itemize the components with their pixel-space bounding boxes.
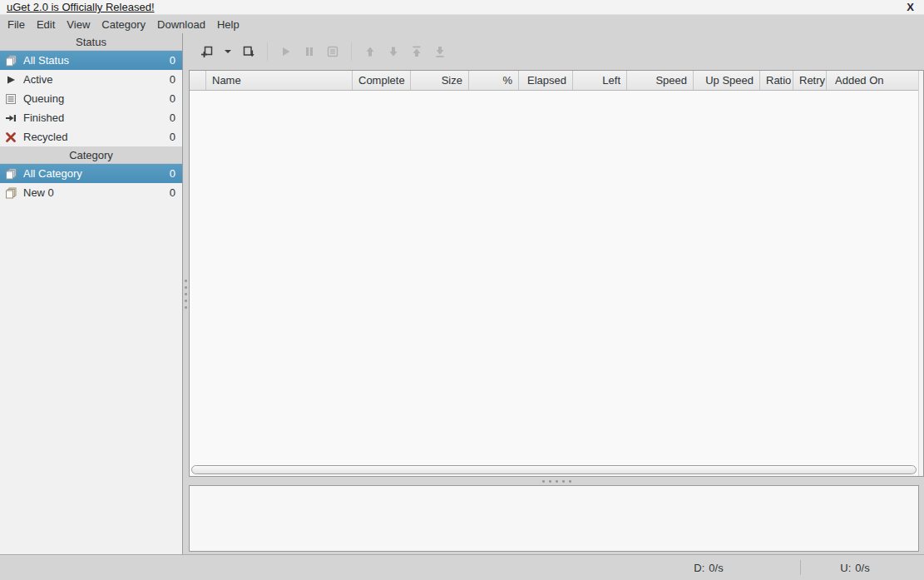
status-section-header: Status <box>0 33 182 51</box>
menu-edit[interactable]: Edit <box>31 17 61 32</box>
menu-help[interactable]: Help <box>211 17 245 32</box>
column-header-state[interactable] <box>190 71 206 90</box>
new-download-menu-button[interactable] <box>219 40 237 63</box>
sidebar-item-label: All Category <box>23 167 170 180</box>
upload-speed-label: U: <box>840 562 851 574</box>
download-table-body <box>190 91 918 464</box>
sidebar-item-finished[interactable]: Finished 0 <box>0 108 182 127</box>
menu-download[interactable]: Download <box>151 17 211 32</box>
sidebar-item-count: 0 <box>170 167 175 180</box>
uget-window: uGet 2.0 is Officially Released! X File … <box>0 0 924 580</box>
summary-panel <box>189 485 919 552</box>
summary-splitter[interactable] <box>189 477 924 485</box>
properties-icon <box>326 45 339 58</box>
chevron-down-icon <box>223 47 233 57</box>
upload-speed-status: U:0/s <box>801 562 909 574</box>
batch-download-icon <box>242 45 255 58</box>
sidebar-item-label: Finished <box>23 112 170 124</box>
sidebar-item-count: 0 <box>170 73 175 86</box>
move-up-button[interactable] <box>358 40 382 63</box>
notification-banner: uGet 2.0 is Officially Released! X <box>0 0 924 15</box>
download-list-main: Name Complete Size % Elapsed Left Speed … <box>190 71 918 476</box>
content-area: Status All Status 0 Active 0 Queuin <box>0 33 924 554</box>
download-speed-status: D:0/s <box>617 562 800 574</box>
move-bottom-button[interactable] <box>428 40 452 63</box>
menu-category[interactable]: Category <box>96 17 151 32</box>
arrow-to-bottom-icon <box>433 45 447 58</box>
play-icon <box>5 74 18 86</box>
arrow-to-top-icon <box>410 45 423 58</box>
stacked-papers-icon <box>5 168 18 180</box>
download-speed-label: D: <box>694 562 704 574</box>
sidebar-item-active[interactable]: Active 0 <box>0 70 182 89</box>
arrow-to-bar-icon <box>5 112 18 124</box>
batch-download-button[interactable] <box>237 40 260 63</box>
properties-button[interactable] <box>321 40 344 63</box>
sidebar-item-queuing[interactable]: Queuing 0 <box>0 89 182 108</box>
upload-speed-value: 0/s <box>855 562 869 574</box>
sidebar-item-label: All Status <box>23 54 170 67</box>
download-list: Name Complete Size % Elapsed Left Speed … <box>189 70 924 477</box>
column-header-complete[interactable]: Complete <box>353 71 411 90</box>
toolbar-separator <box>351 42 352 61</box>
menubar: File Edit View Category Download Help <box>0 15 924 33</box>
play-icon <box>279 45 293 58</box>
column-header-left[interactable]: Left <box>573 71 627 90</box>
start-button[interactable] <box>274 40 298 63</box>
new-download-button[interactable] <box>195 40 219 63</box>
column-header-speed[interactable]: Speed <box>627 71 694 90</box>
menu-view[interactable]: View <box>61 17 96 32</box>
sidebar-item-new-0[interactable]: New 0 0 <box>0 183 182 202</box>
sidebar-item-label: New 0 <box>23 186 170 199</box>
release-announcement-link[interactable]: uGet 2.0 is Officially Released! <box>7 1 907 13</box>
sidebar-item-count: 0 <box>170 92 175 105</box>
sidebar-item-label: Queuing <box>23 92 170 105</box>
column-header-percent[interactable]: % <box>469 71 519 90</box>
sidebar-item-count: 0 <box>170 131 175 143</box>
toolbar <box>189 33 924 70</box>
horizontal-scrollbar[interactable] <box>191 465 917 474</box>
column-header-size[interactable]: Size <box>411 71 469 90</box>
column-header-retry[interactable]: Retry <box>793 71 827 90</box>
banner-close-button[interactable]: X <box>907 1 914 13</box>
main-panel: Name Complete Size % Elapsed Left Speed … <box>189 33 924 554</box>
pause-icon <box>303 45 316 58</box>
sidebar-item-label: Recycled <box>23 131 170 143</box>
category-section-header: Category <box>0 146 182 164</box>
sidebar-splitter[interactable] <box>183 33 189 554</box>
move-top-button[interactable] <box>405 40 428 63</box>
column-header-added-on[interactable]: Added On <box>827 71 918 90</box>
arrow-up-icon <box>363 45 377 58</box>
sidebar-item-count: 0 <box>170 54 175 67</box>
column-header-ratio[interactable]: Ratio <box>760 71 793 90</box>
queue-list-icon <box>5 93 18 105</box>
download-speed-value: 0/s <box>709 562 723 574</box>
column-header-name[interactable]: Name <box>206 71 353 90</box>
move-down-button[interactable] <box>382 40 405 63</box>
sidebar-item-label: Active <box>23 73 170 86</box>
sidebar-item-recycled[interactable]: Recycled 0 <box>0 127 182 146</box>
stacked-papers-icon <box>5 187 18 199</box>
sidebar-item-all-status[interactable]: All Status 0 <box>0 51 182 70</box>
column-header-elapsed[interactable]: Elapsed <box>519 71 573 90</box>
sidebar: Status All Status 0 Active 0 Queuin <box>0 33 183 554</box>
sidebar-item-count: 0 <box>170 112 175 124</box>
sidebar-item-all-category[interactable]: All Category 0 <box>0 164 182 183</box>
download-table-header: Name Complete Size % Elapsed Left Speed … <box>190 71 918 91</box>
red-cross-icon <box>5 131 18 143</box>
new-download-icon <box>200 45 214 58</box>
menu-file[interactable]: File <box>2 17 31 32</box>
pause-button[interactable] <box>298 40 321 63</box>
vertical-scrollbar[interactable] <box>918 71 923 476</box>
stacked-papers-icon <box>5 55 18 67</box>
column-header-up-speed[interactable]: Up Speed <box>694 71 760 90</box>
statusbar: D:0/s U:0/s <box>0 554 924 580</box>
sidebar-item-count: 0 <box>170 186 175 199</box>
arrow-down-icon <box>387 45 400 58</box>
toolbar-separator <box>267 42 268 61</box>
